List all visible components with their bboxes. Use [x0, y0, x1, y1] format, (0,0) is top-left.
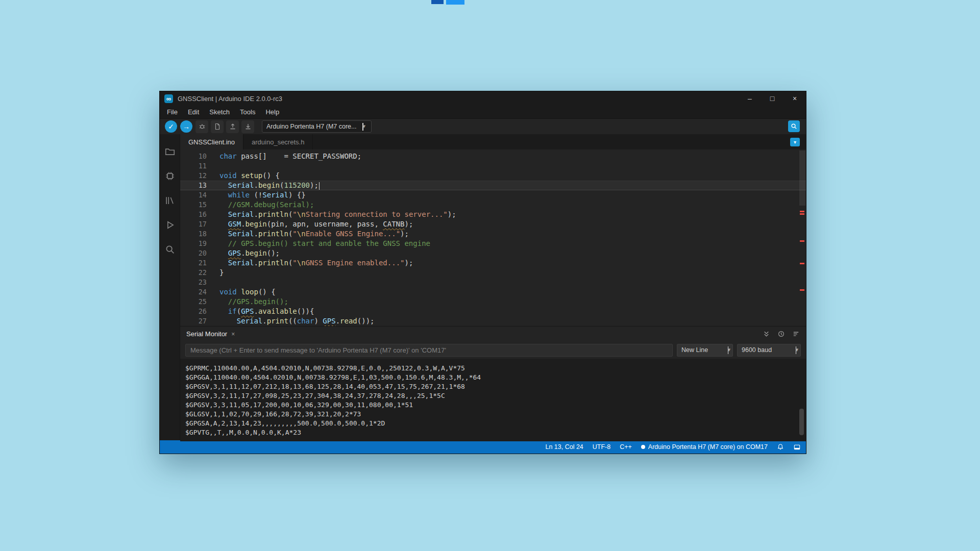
line-number: 27 — [180, 316, 207, 326]
cursor-position[interactable]: Ln 13, Col 24 — [545, 443, 583, 450]
code-text: while (!Serial) {} — [207, 190, 306, 200]
sidebar-item-debug[interactable] — [160, 213, 180, 237]
code-text: void loop() { — [207, 287, 276, 297]
code-line-13[interactable]: 13 Serial.begin(115200); — [180, 181, 806, 190]
overview-ruler[interactable] — [799, 149, 806, 326]
line-ending-dropdown[interactable]: New Line ▾ — [677, 344, 733, 357]
arduino-logo-icon: ∞ — [164, 94, 173, 103]
baud-rate-dropdown[interactable]: 9600 baud ▾ — [737, 344, 801, 357]
line-number: 17 — [180, 219, 207, 229]
line-number: 12 — [180, 171, 207, 181]
code-line-21[interactable]: 21 Serial.println("\nGNSS Engine enabled… — [180, 258, 806, 268]
tab-overflow-button[interactable]: ▾ — [790, 138, 800, 146]
code-line-11[interactable]: 11 — [180, 161, 806, 171]
code-text: // GPS.begin() start and eanble the GNSS… — [207, 239, 430, 248]
serial-monitor-tab[interactable]: Serial Monitor — [186, 330, 227, 338]
main-area: GNSSClient.ino arduino_secrets.h ▾ 10cha… — [160, 134, 806, 440]
serial-scrollbar-thumb[interactable] — [799, 409, 804, 435]
menu-edit[interactable]: Edit — [183, 106, 204, 119]
debug-button[interactable] — [195, 120, 208, 133]
window-title: GNSSClient | Arduino IDE 2.0.0-rc3 — [178, 95, 282, 103]
code-lines: 10char pass[] = SECRET_PASSWORD;1112void… — [180, 152, 806, 326]
chevron-down-icon: ▾ — [794, 139, 796, 145]
code-line-22[interactable]: 22} — [180, 268, 806, 278]
desktop-window-fragment-blue — [446, 0, 464, 5]
window-controls: – □ × — [739, 91, 806, 106]
baud-rate-value: 9600 baud — [742, 346, 772, 354]
tab-arduino-secrets-h[interactable]: arduino_secrets.h — [243, 134, 313, 149]
code-text — [207, 161, 219, 171]
collapse-panel-button[interactable] — [763, 330, 770, 338]
upload-button[interactable]: → — [180, 120, 192, 133]
code-text: Serial.println("\nStarting connection to… — [207, 210, 456, 219]
close-button[interactable]: × — [783, 91, 806, 106]
serial-message-input[interactable] — [185, 344, 673, 357]
error-mark — [800, 263, 804, 264]
menu-tools[interactable]: Tools — [235, 106, 260, 119]
save-down-arrow-icon — [244, 122, 252, 131]
line-number: 23 — [180, 278, 207, 287]
new-file-icon — [213, 122, 222, 131]
verify-button[interactable]: ✓ — [165, 120, 177, 133]
bug-icon — [198, 122, 206, 131]
new-sketch-button[interactable] — [211, 120, 224, 133]
code-line-20[interactable]: 20 GPS.begin(); — [180, 248, 806, 258]
code-text: Serial.print((char) GPS.read()); — [207, 316, 375, 326]
code-line-23[interactable]: 23 — [180, 278, 806, 287]
sidebar-item-sketchbook[interactable] — [160, 139, 180, 164]
serial-monitor-toggle-button[interactable] — [788, 120, 800, 132]
code-line-26[interactable]: 26 if(GPS.available()){ — [180, 307, 806, 316]
serial-monitor-header: Serial Monitor × — [180, 326, 806, 341]
code-line-16[interactable]: 16 Serial.println("\nStarting connection… — [180, 210, 806, 219]
menubar: File Edit Sketch Tools Help — [160, 106, 806, 119]
connected-board[interactable]: Arduino Portenta H7 (M7 core) on COM17 — [641, 443, 768, 450]
code-line-17[interactable]: 17 GSM.begin(pin, apn, username, pass, C… — [180, 219, 806, 229]
code-line-25[interactable]: 25 //GPS.begin(); — [180, 297, 806, 307]
open-sketch-button[interactable] — [226, 120, 239, 133]
debug-play-icon — [164, 219, 176, 231]
code-line-18[interactable]: 18 Serial.println("\nEnable GNSS Engine.… — [180, 229, 806, 239]
serial-monitor-close-icon[interactable]: × — [231, 331, 235, 338]
code-text: Serial.begin(115200); — [207, 181, 320, 190]
error-mark — [800, 240, 804, 242]
timestamp-toggle-button[interactable] — [777, 330, 785, 338]
code-line-27[interactable]: 27 Serial.print((char) GPS.read()); — [180, 316, 806, 326]
save-sketch-button[interactable] — [241, 120, 254, 133]
code-line-15[interactable]: 15 //GSM.debug(Serial); — [180, 200, 806, 210]
maximize-button[interactable]: □ — [761, 91, 783, 106]
menu-sketch[interactable]: Sketch — [204, 106, 235, 119]
sidebar-item-boards-manager[interactable] — [160, 164, 180, 188]
tab-gnssclient-ino[interactable]: GNSSClient.ino — [180, 134, 243, 149]
double-chevron-down-icon — [763, 330, 770, 338]
line-number: 22 — [180, 268, 207, 278]
code-text — [207, 278, 219, 287]
notifications-button[interactable] — [777, 443, 784, 450]
line-number: 15 — [180, 200, 207, 210]
line-number: 26 — [180, 307, 207, 316]
language-mode[interactable]: C++ — [620, 443, 632, 450]
editor-scrollbar-thumb[interactable] — [799, 151, 805, 206]
code-line-24[interactable]: 24void loop() { — [180, 287, 806, 297]
check-icon: ✓ — [168, 122, 174, 131]
clear-output-button[interactable] — [792, 330, 800, 338]
toggle-panel-button[interactable] — [793, 443, 801, 451]
code-text: GPS.begin(); — [207, 248, 280, 258]
encoding[interactable]: UTF-8 — [593, 443, 610, 450]
serial-line-2: $GPGSV,3,1,11,12,07,212,18,13,68,125,28,… — [185, 382, 806, 391]
minimize-button[interactable]: – — [739, 91, 761, 106]
sidebar-item-library-manager[interactable] — [160, 188, 180, 213]
status-bar: Ln 13, Col 24 UTF-8 C++ Arduino Portenta… — [160, 440, 806, 454]
serial-output[interactable]: $GPRMC,110040.00,A,4504.02010,N,00738.92… — [180, 359, 806, 441]
code-line-14[interactable]: 14 while (!Serial) {} — [180, 190, 806, 200]
menu-help[interactable]: Help — [260, 106, 284, 119]
code-text: //GSM.debug(Serial); — [207, 200, 314, 210]
code-text: //GPS.begin(); — [207, 297, 288, 307]
code-line-10[interactable]: 10char pass[] = SECRET_PASSWORD; — [180, 152, 806, 161]
code-editor[interactable]: 10char pass[] = SECRET_PASSWORD;1112void… — [180, 149, 806, 326]
tab-label: arduino_secrets.h — [252, 138, 304, 146]
menu-file[interactable]: File — [162, 106, 183, 119]
sidebar-item-search[interactable] — [160, 237, 180, 262]
code-line-12[interactable]: 12void setup() { — [180, 171, 806, 181]
board-selector-dropdown[interactable]: Arduino Portenta H7 (M7 core... ▾ — [262, 120, 372, 133]
code-line-19[interactable]: 19 // GPS.begin() start and eanble the G… — [180, 239, 806, 248]
